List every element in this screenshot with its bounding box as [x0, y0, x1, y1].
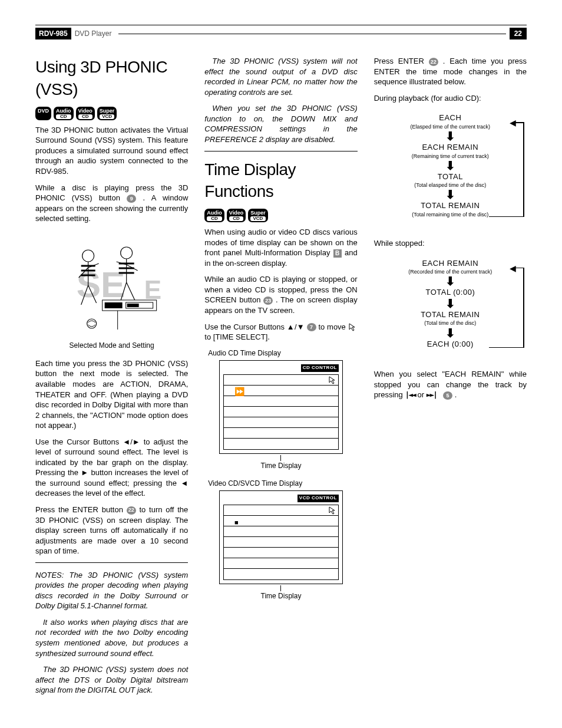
- osd-row: [224, 428, 338, 439]
- svg-point-3: [121, 247, 133, 259]
- top-rule: [35, 25, 527, 25]
- para-cursor-updown: Use the Cursor Buttons ▲/▼ 7 to move to …: [204, 322, 357, 342]
- arrow-down-icon: ⬇: [374, 131, 527, 141]
- osd1-caption: Time Display: [204, 461, 357, 470]
- osd-row: [224, 407, 338, 417]
- osd1-box: CD CONTROL ⏩: [219, 360, 343, 454]
- note-2: It also works when playing discs that ar…: [35, 617, 188, 658]
- page-number: 22: [510, 28, 527, 39]
- seq-title: TOTAL (0:00): [374, 287, 527, 298]
- stop-icon: ■: [234, 518, 239, 527]
- illustration-svg: SE E: [36, 235, 187, 335]
- para-time-intro: When using audio or video CD discs vario…: [204, 227, 357, 268]
- pointer-icon: [328, 506, 336, 515]
- osd1-lines: ⏩: [223, 374, 339, 450]
- osd2-box: VCD CONTROL ■: [219, 490, 343, 584]
- seq-node: TOTAL (0:00): [374, 287, 527, 298]
- para-vss-intro: The 3D PHONIC button activates the Virtu…: [35, 125, 188, 177]
- panel-ref-B-icon: B: [333, 249, 342, 258]
- badge-dvd: DVD: [35, 107, 51, 120]
- seq-subtitle: (Total remaining time of the disc): [374, 211, 527, 218]
- illustration-caption: Selected Mode and Setting: [35, 341, 188, 350]
- para-press-enter: Press ENTER 22 . Each time you press ENT…: [374, 56, 527, 87]
- seq-node: TOTAL(Total elasped time of the disc): [374, 172, 527, 189]
- osd1-title-bar: CD CONTROL: [301, 364, 339, 372]
- button-ref-9-icon: 9: [127, 195, 136, 203]
- section-separator: [204, 151, 357, 151]
- loop-arrow-icon: ◀: [515, 257, 530, 348]
- product-name: DVD Player: [71, 28, 115, 39]
- osd-row: [224, 537, 338, 548]
- columns: Using 3D PHONIC (VSS) DVD AudioCD VideoC…: [35, 56, 527, 701]
- disc-badges-1: DVD AudioCD VideoCD SuperVCD: [35, 107, 188, 120]
- badge-video-cd: VideoCD: [227, 209, 246, 222]
- seq-subtitle: (Total time of the disc): [374, 319, 527, 327]
- disc-badges-2: AudioCD VideoCD SuperVCD: [204, 209, 357, 222]
- text: .: [455, 390, 457, 399]
- arrow-down-icon: ⬇: [374, 328, 527, 338]
- sequence-stopped: ◀ EACH REMAIN(Recorded time of the curre…: [374, 255, 527, 353]
- para-while-stopped: While stopped:: [374, 238, 527, 249]
- svg-rect-7: [127, 304, 139, 307]
- osd-row: [224, 439, 338, 449]
- text: to move: [318, 322, 348, 331]
- arrow-down-icon: ⬇: [374, 190, 527, 199]
- osd2-caption: Time Display: [204, 591, 357, 601]
- arrow-down-icon: ⬇: [374, 276, 527, 286]
- svg-rect-5: [105, 302, 123, 308]
- pointer-icon: [348, 322, 358, 332]
- column-3: Press ENTER 22 . Each time you press ENT…: [374, 56, 527, 701]
- text: Press ENTER: [374, 57, 429, 65]
- badge-super-vcd: SuperVCD: [248, 209, 268, 222]
- svg-point-8: [87, 319, 97, 328]
- model-badge: RDV-985: [35, 28, 71, 39]
- page-header: RDV-985 DVD Player 22: [35, 28, 527, 39]
- osd1-label: Audio CD Time Display: [208, 348, 357, 358]
- badge-audio-cd: AudioCD: [54, 107, 74, 120]
- column-1: Using 3D PHONIC (VSS) DVD AudioCD VideoC…: [35, 56, 188, 701]
- para-cursor-lr: Use the Cursor Buttons ◄/► to adjust the…: [35, 437, 188, 499]
- para-modes: Each time you press the 3D PHONIC (VSS) …: [35, 358, 188, 431]
- osd2-lines: ■: [223, 505, 339, 580]
- button-ref-7-icon: 7: [307, 323, 316, 331]
- badge-video-cd: VideoCD: [76, 107, 95, 120]
- loop-arrow-icon: ◀: [515, 111, 530, 217]
- osd-row: ⏩: [224, 386, 338, 396]
- seq-subtitle: (Remaining time of current track): [374, 153, 527, 160]
- para-each-remain-note: When you select "EACH REMAIN" while stop…: [374, 369, 527, 400]
- para-onscreen-button: While an audio CD is playing or stopped,…: [204, 274, 357, 315]
- pointer-icon: [328, 376, 336, 384]
- arrow-down-icon: ⬇: [374, 161, 527, 170]
- osd-row: [224, 375, 338, 386]
- osd-row: [224, 417, 338, 428]
- header-filler-line: [118, 34, 505, 34]
- button-ref-22-icon: 22: [429, 58, 438, 66]
- osd-row: [224, 558, 338, 569]
- badge-super-vcd: SuperVCD: [97, 107, 117, 120]
- badge-audio-cd: AudioCD: [204, 209, 224, 222]
- note-1: NOTES: The 3D PHONIC (VSS) system provid…: [35, 570, 188, 611]
- column-2: The 3D PHONIC (VSS) system will not effe…: [204, 56, 357, 701]
- seq-title: TOTAL: [374, 172, 527, 182]
- note-4: The 3D PHONIC (VSS) system will not effe…: [204, 56, 357, 97]
- notes-separator: [35, 562, 188, 563]
- heading-time-display: Time Display Functions: [204, 159, 357, 203]
- seq-node: TOTAL REMAIN(Total time of the disc): [374, 309, 527, 327]
- osd2-title-bar: VCD CONTROL: [297, 495, 339, 502]
- button-ref-22-icon: 22: [127, 506, 136, 515]
- para-enter-off: Press the ENTER button 22 to turn off th…: [35, 505, 188, 556]
- seq-node: EACH REMAIN(Recorded time of the current…: [374, 258, 527, 276]
- note-5: When you set the 3D PHONIC (VSS) functio…: [204, 103, 357, 144]
- seq-title: EACH REMAIN: [374, 142, 527, 153]
- button-ref-23-icon: 23: [263, 297, 273, 305]
- svg-point-2: [82, 250, 94, 262]
- sequence-playback: ◀ EACH(Elasped time of the current track…: [374, 109, 527, 222]
- prev-track-icon: |◄◄: [405, 390, 415, 399]
- seq-title: EACH REMAIN: [374, 258, 527, 269]
- arrow-down-icon: ⬇: [374, 299, 527, 308]
- osd1-callout-line: [204, 455, 357, 461]
- text: Use the Cursor Buttons ▲/▼: [204, 322, 306, 331]
- seq-title: TOTAL REMAIN: [374, 309, 527, 320]
- seq-node: EACH REMAIN(Remaining time of current tr…: [374, 142, 527, 160]
- osd-row: [224, 526, 338, 537]
